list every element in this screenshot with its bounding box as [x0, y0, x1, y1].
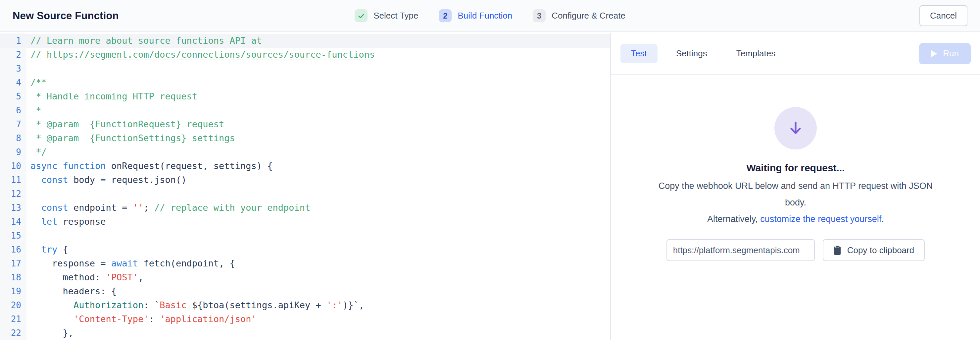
code-token: endpoint = [68, 203, 133, 213]
code-token: response = [30, 258, 111, 268]
code-token: fetch(endpoint, { [138, 258, 235, 268]
code-line-20: 20 Authorization: `Basic ${btoa(settings… [0, 298, 610, 312]
page-title: New Source Function [13, 10, 119, 22]
code-line-3: 3 [0, 62, 610, 75]
code-token: { [57, 244, 68, 254]
code-token: ; [143, 203, 154, 213]
panel-tabbar: Test Settings Templates Run [611, 33, 980, 75]
code-token: body = request.json() [68, 175, 187, 185]
code-line-22: 22 }, [0, 326, 610, 340]
code-token [30, 175, 41, 185]
step-build-function[interactable]: 2 Build Function [439, 9, 512, 22]
code-token: let [41, 216, 57, 227]
code-token: const [41, 175, 68, 185]
line-number: 7 [0, 117, 21, 131]
code-line-5: 5 * Handle incoming HTTP request [0, 89, 610, 104]
tab-settings[interactable]: Settings [665, 44, 718, 63]
code-token [30, 216, 41, 227]
code-token: Basic [159, 300, 192, 310]
code-token: function [63, 161, 106, 171]
line-number: 14 [0, 215, 21, 229]
code-token [30, 244, 41, 254]
code-token: // Learn more about source functions API… [30, 35, 262, 46]
code-token: )}`, [343, 300, 364, 310]
step-number-badge: 3 [533, 9, 546, 22]
code-token: // [30, 49, 47, 60]
code-token: '' [133, 203, 144, 213]
code-token: , [138, 272, 143, 283]
line-number: 5 [0, 89, 21, 104]
waiting-description: Copy the webhook URL below and send an H… [650, 178, 941, 211]
code-line-14: 14 let response [0, 215, 610, 229]
code-line-1: 1// Learn more about source functions AP… [0, 34, 610, 48]
new-source-function-page: New Source Function Select Type 2 Build … [0, 0, 980, 340]
line-number: 17 [0, 257, 21, 270]
code-token [30, 314, 73, 324]
code-token: onRequest(request, settings) { [106, 161, 273, 171]
line-number: 21 [0, 312, 21, 326]
code-token: : [149, 314, 160, 324]
line-number: 16 [0, 243, 21, 257]
step-label: Select Type [374, 11, 418, 21]
cancel-button[interactable]: Cancel [920, 5, 967, 26]
code-line-13: 13 const endpoint = ''; // replace with … [0, 201, 610, 215]
alt-suffix: . [881, 214, 884, 224]
code-token [57, 161, 62, 171]
step-label: Build Function [458, 11, 512, 21]
code-token: * @param {FunctionSettings} settings [30, 133, 235, 143]
step-number-badge: 2 [439, 9, 452, 22]
code-token: */ [30, 147, 47, 157]
line-number: 2 [0, 48, 21, 62]
code-token: 'POST' [106, 272, 138, 283]
code-line-10: 10async function onRequest(request, sett… [0, 159, 610, 173]
code-lines: 1// Learn more about source functions AP… [0, 33, 610, 340]
code-doc-link: https://segment.com/docs/connections/sou… [47, 49, 375, 60]
code-line-2: 2// https://segment.com/docs/connections… [0, 48, 610, 62]
line-number: 22 [0, 326, 21, 340]
run-button-label: Run [943, 48, 959, 59]
clipboard-icon [833, 245, 841, 255]
code-token: : ` [143, 300, 159, 310]
code-token: * @param {FunctionRequest} request [30, 119, 224, 129]
code-token: await [111, 258, 138, 268]
code-token: /** [30, 77, 47, 88]
copy-to-clipboard-button[interactable]: Copy to clipboard [823, 239, 925, 261]
waiting-section: Waiting for request... Copy the webhook … [611, 75, 980, 261]
code-line-19: 19 headers: { [0, 284, 610, 298]
code-editor[interactable]: 1// Learn more about source functions AP… [0, 33, 610, 340]
webhook-url-input[interactable] [667, 239, 815, 261]
step-configure-create[interactable]: 3 Configure & Create [533, 9, 625, 22]
customize-request-link[interactable]: customize the request yourself [760, 214, 881, 224]
code-token [30, 203, 41, 213]
code-token: headers: { [30, 286, 116, 296]
code-line-11: 11 const body = request.json() [0, 173, 610, 187]
tab-test[interactable]: Test [620, 44, 657, 63]
copy-button-label: Copy to clipboard [847, 245, 914, 255]
line-number: 3 [0, 62, 21, 75]
code-token: async [30, 161, 57, 171]
code-token: ':' [326, 300, 343, 310]
header: New Source Function Select Type 2 Build … [0, 0, 980, 32]
line-number: 4 [0, 75, 21, 89]
code-token: const [41, 203, 68, 213]
alt-prefix: Alternatively, [707, 214, 760, 224]
code-token: }, [30, 328, 73, 338]
code-token: response [57, 216, 106, 227]
step-select-type[interactable]: Select Type [355, 9, 418, 22]
code-line-17: 17 response = await fetch(endpoint, { [0, 257, 610, 270]
down-arrow-icon [775, 107, 817, 150]
line-number: 15 [0, 229, 21, 243]
step-label: Configure & Create [552, 11, 625, 21]
stepper: Select Type 2 Build Function 3 Configure… [355, 0, 625, 32]
tab-templates[interactable]: Templates [726, 44, 786, 63]
code-line-21: 21 'Content-Type': 'application/json' [0, 312, 610, 326]
code-line-8: 8 * @param {FunctionSettings} settings [0, 131, 610, 145]
line-number: 12 [0, 187, 21, 201]
code-line-9: 9 */ [0, 145, 610, 159]
code-token: * [30, 105, 41, 115]
code-token: ${btoa(settings.apiKey + [192, 300, 326, 310]
run-button[interactable]: Run [919, 43, 971, 64]
line-number: 10 [0, 159, 21, 173]
code-token [30, 300, 73, 310]
code-token: 'Content-Type' [73, 314, 149, 324]
